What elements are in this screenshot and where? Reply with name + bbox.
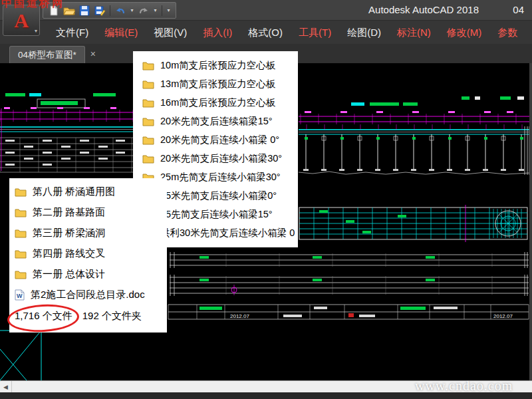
menu-item-tools[interactable]: 工具(T) [291,21,339,44]
folder-name: 25先简支后连续小箱梁15° [160,208,273,221]
file-count-summary: 1,716 个文件，192 个文件夹 [9,310,167,323]
titleblock-date: 2012.07 [493,313,513,319]
window-right-edge [529,63,532,380]
menu-item-dimension[interactable]: 标注(N) [389,21,439,44]
folder-list-item[interactable]: 第四册 路线交叉 [9,243,167,264]
save-button[interactable] [78,4,91,17]
folder-list-item[interactable]: 第二册 路基路面 [9,202,167,223]
folder-name: 第三册 桥梁涵洞 [33,227,105,239]
elevation-left [0,93,137,172]
autocad-logo: A [14,9,29,32]
redo-icon [138,5,150,16]
undo-dropdown-caret-icon[interactable]: ▾ [129,7,135,13]
scroll-left-arrow-icon[interactable]: ◀ [0,381,12,392]
menu-item-edit[interactable]: 编辑(E) [96,21,146,44]
folder-list-item[interactable]: 第一册 总体设计 [9,264,167,285]
menubar: 文件(F) 编辑(E) 视图(V) 插入(I) 格式(O) 工具(T) 绘图(D… [0,21,532,44]
title-block: 2012.07 2012.07 [168,305,529,319]
menu-item-view[interactable]: 视图(V) [146,21,195,44]
save-as-button[interactable] [93,4,106,17]
folder-name: 第一册 总体设计 [33,268,105,281]
girder-strips [170,252,529,296]
folder-list-item[interactable]: 10m简支后张预应力空心板 [133,56,298,74]
folder-list-item[interactable]: 16m简支后张预应力空心板 [133,93,298,112]
folder-name: 第二册 路基路面 [33,206,105,219]
folder-name: 第四册 路线交叉 [33,247,105,260]
undo-icon [114,5,126,16]
folder-icon [15,187,27,197]
folder-name: 20米先简支后连续小箱梁 0° [160,134,279,146]
folder-icon [15,228,27,238]
site-watermark: www.cndao.com [415,378,513,394]
word-doc-icon: W [15,289,25,301]
toolbar-separator [162,5,162,16]
folder-icon [142,61,154,70]
window-title: Autodesk AutoCAD 2018 [368,4,479,15]
tab-label: 04桥型布置图* [18,49,76,61]
folder-list-item[interactable]: 20米先简支后连续箱梁15° [133,112,298,130]
folder-name: 20米先简支后连续箱梁15° [160,115,273,128]
elevation-right [299,96,530,175]
folder-list-item[interactable]: 20米先简支后连续小箱梁 0° [133,130,298,149]
redo-button[interactable] [137,4,150,17]
menu-item-file[interactable]: 文件(F) [48,21,96,44]
window-title-document: 04 [513,4,524,15]
folder-list-item[interactable]: 第八册 桥涵通用图 [9,182,167,202]
redo-dropdown-caret-icon[interactable]: ▾ [152,7,158,13]
toolbar-options-caret-icon[interactable]: ▾ [166,7,172,13]
save-icon [79,5,90,16]
close-icon[interactable]: × [90,49,96,59]
folder-name: 16m简支后张预应力空心板 [160,96,275,109]
tab-drawing[interactable]: 04桥型布置图* [9,46,85,63]
svg-text:W: W [17,293,23,299]
open-folder-button[interactable] [63,4,76,17]
folder-icon [142,154,154,164]
folder-icon [15,249,27,259]
folder-icon [142,79,154,89]
save-as-icon [94,5,106,16]
folder-name: 第八册 桥涵通用图 [33,186,115,198]
toolbar-separator [110,5,110,16]
folder-icon [142,135,154,145]
menu-item-draw[interactable]: 绘图(D) [339,21,389,44]
doc-list-item[interactable]: W 第2施工合同段总目录.doc [9,285,167,305]
undo-button[interactable] [114,4,127,17]
folder-name: 10m简支后张预应力空心板 [160,59,275,72]
folder-name: 25米先简支后连续小箱梁0° [160,190,277,202]
titlebar: ▾ ▾ ▾ Autodesk AutoCAD 2018 04 [0,0,532,21]
folder-icon [142,116,154,126]
girder-plan [299,205,527,242]
folder-list-item[interactable]: 13m简支后张预应力空心板 [133,74,298,93]
menu-item-modify[interactable]: 修改(M) [439,21,490,44]
titleblock-date: 2012.07 [230,313,249,319]
folder-icon [15,207,27,217]
menu-item-format[interactable]: 格式(O) [240,21,291,44]
doc-name: 第2施工合同段总目录.doc [31,289,145,301]
folder-name: 13m简支后张预应力空心板 [160,78,275,90]
caret-down-icon: ▾ [35,28,37,34]
folder-list-item[interactable]: 20米先简支后连续小箱梁30° [133,149,298,168]
menu-item-insert[interactable]: 插入(I) [195,21,240,44]
folder-icon [15,269,27,279]
folder-icon [142,98,154,108]
folder-name: 25m先简支后连续小箱梁30° [160,171,281,184]
corner-watermark: 中国道桥网 [1,0,65,11]
folder-list-item[interactable]: 第三册 桥梁涵洞 [9,223,167,243]
folder-name: 20米先简支后连续小箱梁30° [160,152,282,165]
menu-item-parametric[interactable]: 参数 [489,21,525,44]
open-folder-icon [63,5,75,16]
folder-name: 洪利30米先简支后连续小箱梁 0 [160,227,295,239]
volume-list-panel: 第八册 桥涵通用图 第二册 路基路面 第三册 桥梁涵洞 第四册 路线交叉 第一册… [9,178,167,332]
